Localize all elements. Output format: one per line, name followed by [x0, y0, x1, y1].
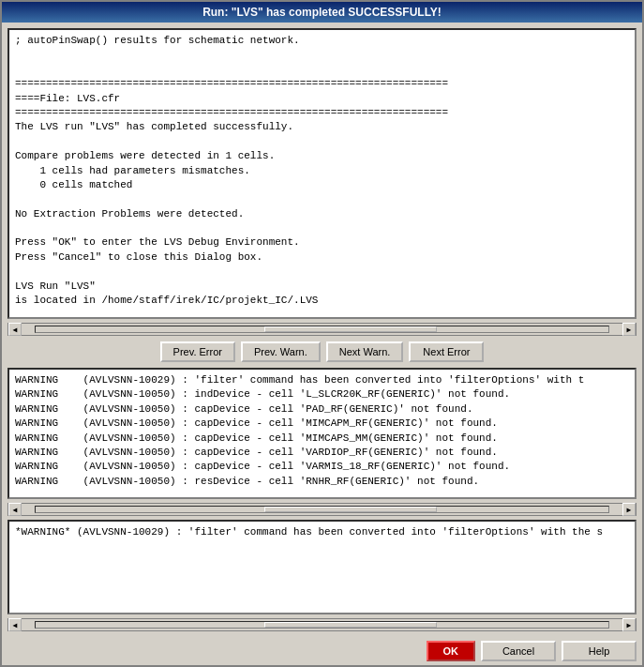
- warning-scroll-thumb[interactable]: [264, 507, 436, 512]
- warning-list-text: WARNING (AVLVSNN-10029) : 'filter' comma…: [9, 370, 635, 493]
- detail-scroll-left-btn[interactable]: ◀: [8, 618, 22, 631]
- detail-scroll-track[interactable]: [35, 621, 609, 629]
- ok-button[interactable]: OK: [427, 641, 476, 661]
- warning-list-panel: WARNING (AVLVSNN-10029) : 'filter' comma…: [7, 368, 637, 499]
- detail-scroll-thumb[interactable]: [264, 622, 436, 628]
- nav-button-row: Prev. Error Prev. Warn. Next Warn. Next …: [7, 340, 637, 364]
- detail-scrollbar[interactable]: ◀ ▶: [7, 618, 637, 631]
- scroll-left-btn[interactable]: ◀: [8, 323, 22, 336]
- bottom-button-row: OK Cancel Help: [2, 637, 642, 665]
- detail-scroll-right-btn[interactable]: ▶: [622, 618, 636, 631]
- scroll-right-btn[interactable]: ▶: [622, 323, 636, 336]
- detail-scroll[interactable]: *WARNING* (AVLVSNN-10029) : 'filter' com…: [9, 522, 635, 613]
- warning-scroll-track[interactable]: [35, 506, 609, 513]
- help-button[interactable]: Help: [562, 641, 637, 661]
- warning-list-scroll[interactable]: WARNING (AVLVSNN-10029) : 'filter' comma…: [9, 370, 635, 497]
- next-error-button[interactable]: Next Error: [409, 341, 484, 362]
- detail-panel: *WARNING* (AVLVSNN-10029) : 'filter' com…: [7, 520, 637, 614]
- main-output-panel: ; autoPinSwap() results for schematic ne…: [7, 28, 637, 319]
- scroll-track[interactable]: [35, 326, 609, 333]
- warning-scroll-left-btn[interactable]: ◀: [8, 503, 22, 516]
- prev-warn-button[interactable]: Prev. Warn.: [241, 341, 321, 362]
- top-scrollbar[interactable]: ◀ ▶: [7, 323, 637, 336]
- title-text: Run: "LVS" has completed SUCCESSFULLY!: [202, 6, 442, 19]
- main-output-text: ; autoPinSwap() results for schematic ne…: [9, 30, 635, 311]
- detail-text: *WARNING* (AVLVSNN-10029) : 'filter' com…: [9, 522, 635, 543]
- warning-scrollbar[interactable]: ◀ ▶: [7, 503, 637, 516]
- main-output-scroll[interactable]: ; autoPinSwap() results for schematic ne…: [9, 30, 635, 317]
- scroll-thumb[interactable]: [264, 326, 436, 332]
- cancel-button[interactable]: Cancel: [481, 641, 556, 661]
- prev-error-button[interactable]: Prev. Error: [160, 341, 235, 362]
- dialog-body: ; autoPinSwap() results for schematic ne…: [2, 23, 642, 637]
- title-bar: Run: "LVS" has completed SUCCESSFULLY!: [2, 2, 642, 23]
- warning-scroll-right-btn[interactable]: ▶: [622, 503, 636, 516]
- next-warn-button[interactable]: Next Warn.: [326, 341, 404, 362]
